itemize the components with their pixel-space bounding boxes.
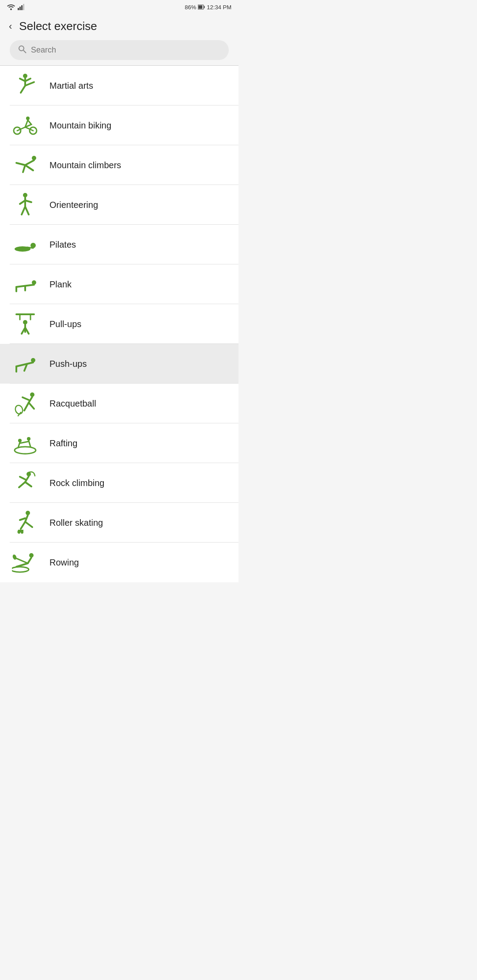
- svg-line-9: [23, 50, 26, 53]
- exercise-item-mountain-biking[interactable]: Mountain biking: [0, 106, 238, 145]
- exercise-item-orienteering[interactable]: Orienteering: [0, 185, 238, 225]
- rafting-label: Rafting: [49, 438, 77, 449]
- exercise-item-pilates[interactable]: Pilates: [0, 225, 238, 264]
- exercise-item-plank[interactable]: Plank: [0, 264, 238, 304]
- pull-ups-label: Pull-ups: [49, 319, 81, 329]
- orienteering-label: Orienteering: [49, 200, 98, 210]
- martial-arts-icon: [10, 70, 41, 101]
- wifi-icon: [7, 4, 15, 10]
- pilates-label: Pilates: [49, 240, 76, 250]
- status-bar: 86% 12:34 PM: [0, 0, 238, 13]
- exercise-item-pull-ups[interactable]: Pull-ups: [0, 304, 238, 344]
- search-bar[interactable]: [10, 40, 229, 60]
- exercise-list: Martial artsMountain bikingMountain clim…: [0, 66, 238, 582]
- svg-rect-3: [21, 5, 23, 10]
- time-display: 12:34 PM: [207, 4, 231, 11]
- rock-climbing-icon: [10, 467, 41, 498]
- push-ups-label: Push-ups: [49, 359, 87, 369]
- rowing-label: Rowing: [49, 558, 79, 568]
- search-input[interactable]: [31, 45, 221, 55]
- mountain-biking-icon: [10, 110, 41, 141]
- svg-point-8: [19, 46, 24, 51]
- svg-rect-7: [199, 5, 203, 9]
- svg-rect-2: [19, 7, 21, 10]
- exercise-item-roller-skating[interactable]: Roller skating: [0, 503, 238, 543]
- search-icon: [18, 45, 26, 56]
- exercise-item-mountain-climbers[interactable]: Mountain climbers: [0, 145, 238, 185]
- mountain-biking-label: Mountain biking: [49, 121, 111, 131]
- mountain-climbers-icon: [10, 150, 41, 181]
- rafting-icon: [10, 428, 41, 459]
- push-ups-icon: [10, 348, 41, 379]
- racquetball-icon: [10, 388, 41, 419]
- martial-arts-label: Martial arts: [49, 81, 93, 91]
- plank-icon: [10, 269, 41, 300]
- svg-rect-6: [204, 6, 205, 8]
- mountain-climbers-label: Mountain climbers: [49, 160, 121, 170]
- battery-icon: [198, 4, 205, 10]
- svg-rect-1: [18, 8, 19, 10]
- racquetball-label: Racquetball: [49, 399, 96, 409]
- signal-icon: [18, 4, 25, 10]
- rock-climbing-label: Rock climbing: [49, 478, 104, 488]
- roller-skating-icon: [10, 507, 41, 538]
- status-right-info: 86% 12:34 PM: [185, 4, 231, 11]
- exercise-item-rafting[interactable]: Rafting: [0, 423, 238, 463]
- rowing-icon: [10, 547, 41, 578]
- pilates-icon: [10, 229, 41, 260]
- exercise-item-rowing[interactable]: Rowing: [0, 543, 238, 582]
- roller-skating-label: Roller skating: [49, 518, 103, 528]
- status-left-icons: [7, 4, 25, 10]
- exercise-item-rock-climbing[interactable]: Rock climbing: [0, 463, 238, 503]
- page-header: ‹ Select exercise: [0, 13, 238, 40]
- page-title: Select exercise: [19, 19, 97, 33]
- battery-percent: 86%: [185, 4, 196, 11]
- plank-label: Plank: [49, 279, 72, 290]
- search-container: [0, 40, 238, 65]
- exercise-item-racquetball[interactable]: Racquetball: [0, 384, 238, 423]
- svg-point-0: [10, 8, 12, 10]
- back-button[interactable]: ‹: [7, 20, 14, 33]
- pull-ups-icon: [10, 309, 41, 339]
- svg-rect-4: [23, 4, 24, 10]
- orienteering-icon: [10, 189, 41, 220]
- exercise-item-martial-arts[interactable]: Martial arts: [0, 66, 238, 106]
- exercise-item-push-ups[interactable]: Push-ups: [0, 344, 238, 384]
